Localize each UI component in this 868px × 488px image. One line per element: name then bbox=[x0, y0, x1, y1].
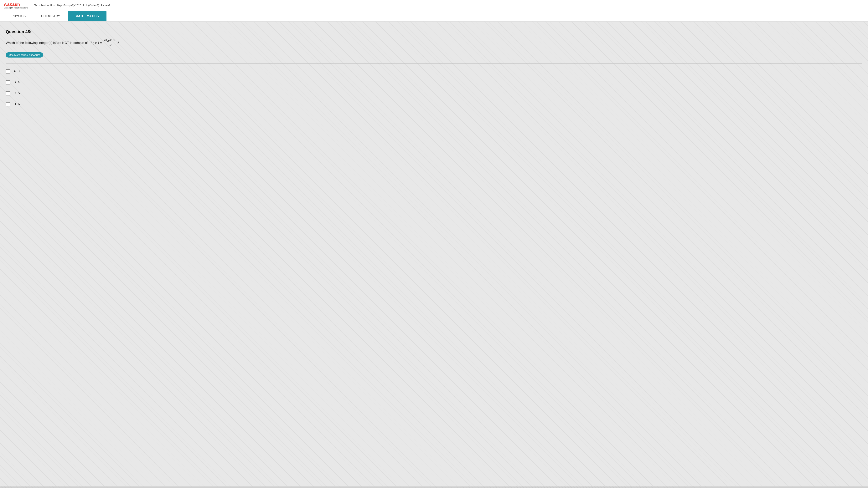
question-text: Which of the following integer(s) is/are… bbox=[6, 38, 862, 47]
logo-area: Aakash Medical | IIT-JEE | Foundations bbox=[4, 2, 28, 9]
header-divider bbox=[31, 2, 31, 9]
logo-text: Aakash bbox=[4, 2, 28, 7]
tab-chemistry[interactable]: CHEMISTRY bbox=[33, 11, 68, 21]
question-text-prefix: Which of the following integer(s) is/are… bbox=[6, 41, 88, 45]
option-b[interactable]: B. 4 bbox=[6, 80, 862, 85]
option-c[interactable]: C. 5 bbox=[6, 91, 862, 95]
header: Aakash Medical | IIT-JEE | Foundations T… bbox=[0, 0, 868, 11]
question-number: Question 48: bbox=[6, 29, 862, 34]
header-title: Term Test for First Step (Group-2)-2026_… bbox=[34, 4, 110, 7]
checkbox-b[interactable] bbox=[6, 80, 10, 85]
tab-physics[interactable]: PHYSICS bbox=[4, 11, 33, 21]
answer-type-badge: One/More correct answer(s) bbox=[6, 52, 43, 58]
math-formula: f(x) = log10(x−3) x−4 ? bbox=[89, 38, 119, 47]
tab-mathematics[interactable]: MATHEMATICS bbox=[68, 11, 106, 21]
fraction: log10(x−3) x−4 bbox=[104, 38, 115, 47]
logo-sub: Medical | IIT-JEE | Foundations bbox=[4, 7, 28, 9]
option-d-label: D. 6 bbox=[13, 102, 20, 106]
checkbox-c[interactable] bbox=[6, 91, 10, 95]
option-a[interactable]: A. 3 bbox=[6, 69, 862, 73]
denominator: x−4 bbox=[107, 43, 112, 47]
main-content: Question 48: Which of the following inte… bbox=[0, 22, 868, 486]
numerator: log10(x−3) bbox=[104, 38, 115, 43]
tabs-container: PHYSICS CHEMISTRY MATHEMATICS bbox=[0, 11, 868, 22]
checkbox-a[interactable] bbox=[6, 69, 10, 73]
divider bbox=[6, 63, 862, 64]
option-c-label: C. 5 bbox=[13, 91, 20, 95]
option-b-label: B. 4 bbox=[13, 80, 20, 84]
logo: Aakash Medical | IIT-JEE | Foundations bbox=[4, 2, 28, 9]
checkbox-d[interactable] bbox=[6, 102, 10, 106]
option-a-label: A. 3 bbox=[13, 69, 20, 73]
option-d[interactable]: D. 6 bbox=[6, 102, 862, 106]
